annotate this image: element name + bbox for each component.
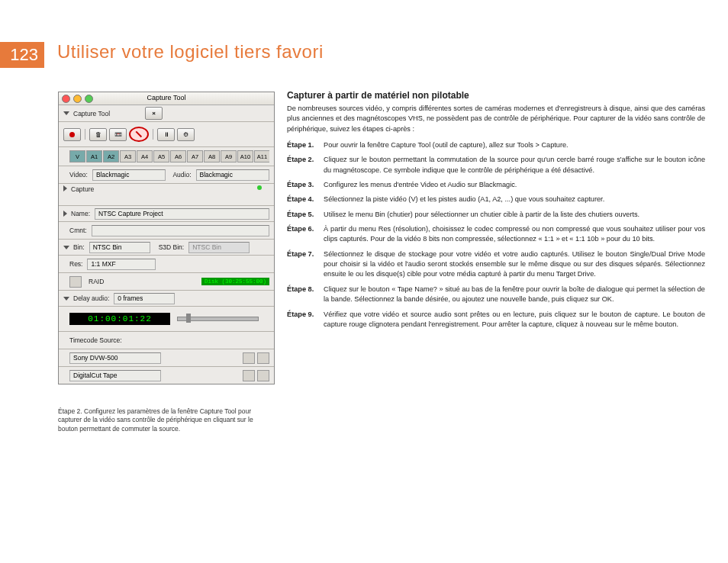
step-text: Configurez les menus d'entrée Video et A… <box>324 180 705 190</box>
video-audio-row: Video: Blackmagic Audio: Blackmagic <box>59 166 274 184</box>
zoom-icon[interactable] <box>85 95 93 103</box>
disk-indicator: Disk (30:25:55:00) <box>201 278 269 285</box>
comment-input[interactable] <box>92 225 269 236</box>
track-a5[interactable]: A5 <box>153 150 169 162</box>
section-title: Capturer à partir de matériel non pilota… <box>287 90 705 101</box>
track-a9[interactable]: A9 <box>221 150 237 162</box>
track-a3[interactable]: A3 <box>120 150 136 162</box>
disclosure-triangle-icon[interactable] <box>63 185 67 191</box>
track-strip: V A1 A2 A3 A4 A5 A6 A7 A8 A9 A10 A11 A12… <box>69 150 269 162</box>
track-a4[interactable]: A4 <box>137 150 153 162</box>
mode-button[interactable]: 📼 <box>109 128 127 141</box>
audio-label: Audio: <box>172 171 191 179</box>
step-text: Sélectionnez la piste vidéo (V) et les p… <box>324 195 705 204</box>
res-label: Res: <box>69 260 82 268</box>
step-label: Étape 9. <box>287 310 317 330</box>
pause-button[interactable]: ⏸ <box>157 128 175 141</box>
step-8: Étape 8.Cliquez sur le bouton « Tape Nam… <box>287 285 705 305</box>
name-label: Name: <box>71 210 90 217</box>
settings-button[interactable]: ⚙ <box>177 128 195 141</box>
step-text: Sélectionnez le disque de stockage pour … <box>324 249 705 280</box>
drive-row: RAID Disk (30:25:55:00) <box>59 273 274 291</box>
delay-label: Delay audio: <box>73 294 109 302</box>
track-a7[interactable]: A7 <box>187 150 203 162</box>
step-label: Étape 4. <box>287 195 317 204</box>
disclosure-triangle-icon[interactable] <box>63 211 67 217</box>
bin-row: Bin: NTSC Bin S3D Bin: NTSC Bin <box>59 240 274 256</box>
toolbar-row: 🗑 📼 ⏸ ⚙ <box>59 122 274 147</box>
s3d-bin-menu[interactable]: NTSC Bin <box>188 242 250 253</box>
tracks-row: V A1 A2 A3 A4 A5 A6 A7 A8 A9 A10 A11 A12… <box>59 147 274 166</box>
tc-source-label: Timecode Source: <box>69 336 267 344</box>
comment-row: Cmnt: <box>59 222 274 240</box>
record-button[interactable] <box>63 128 81 141</box>
track-v[interactable]: V <box>69 150 85 162</box>
mark-out-button[interactable] <box>257 352 269 364</box>
step-2: Étape 2.Cliquez sur le bouton permettant… <box>287 155 705 175</box>
step-label: Étape 1. <box>287 140 317 150</box>
close-tab-button[interactable]: × <box>145 107 163 120</box>
disclosure-triangle-icon[interactable] <box>63 297 69 301</box>
separator <box>153 129 153 140</box>
step-text: À partir du menu Res (résolution), chois… <box>324 224 705 245</box>
page-title: Utiliser votre logiciel tiers favori <box>57 41 324 63</box>
step-1: Étape 1.Pour ouvrir la fenêtre Capture T… <box>287 140 705 150</box>
step-9: Étape 9.Vérifiez que votre vidéo et sour… <box>287 310 705 330</box>
tape-name-button[interactable]: DigitalCut Tape <box>69 370 161 381</box>
track-a11[interactable]: A11 <box>254 150 269 162</box>
track-a6[interactable]: A6 <box>170 150 186 162</box>
tc-source-menu[interactable]: Sony DVW-500 <box>69 352 161 364</box>
track-a2[interactable]: A2 <box>103 150 119 162</box>
disclosure-triangle-icon[interactable] <box>63 111 69 115</box>
name-row: Name: NTSC Capture Project <box>59 206 274 222</box>
step-4: Étape 4.Sélectionnez la piste vidéo (V) … <box>287 195 705 204</box>
separator <box>85 129 85 140</box>
video-label: Video: <box>69 171 88 179</box>
figure-caption: Étape 2. Configurez les paramètres de la… <box>58 407 273 433</box>
capture-tool-window: Capture Tool Capture Tool × 🗑 📼 ⏸ ⚙ V A1… <box>58 92 275 384</box>
step-label: Étape 7. <box>287 249 317 280</box>
minimize-icon[interactable] <box>73 95 82 103</box>
step-text: Utilisez le menu Bin (chutier) pour séle… <box>324 210 705 220</box>
tc-source-value-row: Sony DVW-500 <box>59 349 274 367</box>
timecode-display: 01:00:01:22 <box>69 313 170 325</box>
tab-label[interactable]: Capture Tool <box>73 110 110 117</box>
comment-label: Cmnt: <box>69 227 87 234</box>
toggle-source-button[interactable] <box>129 127 149 142</box>
capture-label: Capture <box>71 185 94 193</box>
tab-row: Capture Tool × <box>59 105 274 122</box>
step-label: Étape 2. <box>287 155 317 175</box>
step-text: Cliquez sur le bouton permettant la comm… <box>324 155 705 175</box>
shuttle-slider[interactable] <box>177 317 259 321</box>
res-row: Res: 1:1 MXF <box>59 256 274 273</box>
content-column: Capturer à partir de matériel non pilota… <box>287 90 705 334</box>
track-a10[interactable]: A10 <box>237 150 253 162</box>
name-input[interactable]: NTSC Capture Project <box>95 208 269 220</box>
disclosure-triangle-icon[interactable] <box>63 246 69 249</box>
step-text: Pour ouvrir la fenêtre Capture Tool (out… <box>324 140 705 150</box>
track-a1[interactable]: A1 <box>86 150 102 162</box>
video-menu[interactable]: Blackmagic <box>92 169 166 181</box>
timecode-row: 01:00:01:22 <box>59 307 274 332</box>
step-7: Étape 7.Sélectionnez le disque de stocka… <box>287 249 705 280</box>
capture-header-row: Capture <box>59 184 274 206</box>
delay-menu[interactable]: 0 frames <box>114 293 175 304</box>
step-label: Étape 6. <box>287 224 317 245</box>
trash-button[interactable]: 🗑 <box>89 128 107 141</box>
step-3: Étape 3.Configurez les menus d'entrée Vi… <box>287 180 705 190</box>
s3d-bin-label: S3D Bin: <box>159 243 185 251</box>
track-a8[interactable]: A8 <box>204 150 220 162</box>
drive-mode-button[interactable] <box>69 276 82 288</box>
step-text: Cliquez sur le bouton « Tape Name? » sit… <box>324 285 705 305</box>
res-menu[interactable]: 1:1 MXF <box>87 259 156 270</box>
step-label: Étape 3. <box>287 180 317 190</box>
close-icon[interactable] <box>62 95 70 103</box>
bin-menu[interactable]: NTSC Bin <box>89 242 150 253</box>
audio-menu[interactable]: Blackmagic <box>196 169 269 181</box>
go-to-in-button[interactable] <box>243 370 255 381</box>
mark-in-button[interactable] <box>243 352 255 364</box>
go-to-out-button[interactable] <box>257 370 269 381</box>
page-number-badge: 123 <box>0 42 44 68</box>
window-titlebar: Capture Tool <box>59 92 274 105</box>
tape-row: DigitalCut Tape <box>59 367 274 384</box>
